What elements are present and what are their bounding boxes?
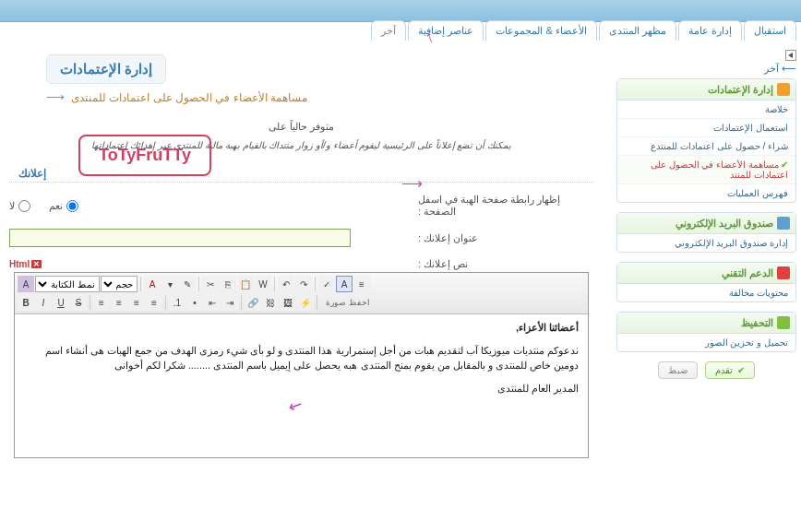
- support-icon: [777, 266, 790, 279]
- annotation-arrow-icon: ⟶: [401, 174, 423, 192]
- panel-title: التحفيظ: [741, 317, 773, 329]
- justify-icon[interactable]: ≡: [146, 294, 162, 311]
- desc-available: متوفر حالياً على: [9, 121, 593, 133]
- sidebar-item-contribute[interactable]: ✔مساهمة الأعضاء في الحصول على اعتمادات ل…: [617, 156, 795, 184]
- tab-appearance[interactable]: مظهر المنتدى: [599, 20, 676, 41]
- sidebar-item-summary[interactable]: خلاصة: [617, 100, 795, 119]
- paste-icon[interactable]: 📋: [237, 276, 254, 292]
- align-right-icon[interactable]: ≡: [93, 294, 110, 311]
- panel-title: صندوق البريد الإلكتروني: [675, 218, 773, 230]
- save-button[interactable]: ✔تقدم: [705, 361, 755, 379]
- panel-support: الدعم التقني محتويات مخالفة: [616, 262, 796, 302]
- color-icon[interactable]: A: [144, 276, 161, 292]
- flash-icon[interactable]: ⚡: [297, 294, 314, 311]
- outdent-icon[interactable]: ⇤: [204, 294, 221, 311]
- radio-no[interactable]: لا: [9, 200, 30, 212]
- font-style-select[interactable]: نمط الكتابة: [35, 276, 100, 292]
- undo-icon[interactable]: ↶: [278, 276, 294, 292]
- radio-yes[interactable]: نعم: [49, 200, 78, 212]
- html-toggle-icon[interactable]: Html: [9, 259, 42, 269]
- panel-credits: إدارة الإعتمادات خلاصة استعمال الإعتمادا…: [616, 78, 796, 203]
- copy-icon[interactable]: ⎘: [220, 276, 236, 292]
- list-ul-icon[interactable]: •: [186, 294, 203, 311]
- sidebar-item-upload[interactable]: تحميل و تخزين الصور: [617, 334, 795, 351]
- tab-members[interactable]: الأعضاء & المجموعات: [485, 20, 596, 41]
- link-icon[interactable]: 🔗: [245, 294, 261, 311]
- highlight-icon[interactable]: ✎: [179, 276, 196, 292]
- ad-title-input[interactable]: [9, 229, 351, 247]
- list-ol-icon[interactable]: 1.: [169, 294, 185, 311]
- tab-general[interactable]: إدارة عامة: [678, 20, 742, 41]
- sidebar-item-use-credits[interactable]: استعمال الإعتمادات: [617, 119, 795, 137]
- wand-icon[interactable]: A: [18, 276, 34, 292]
- author-badge: ToTyFruTTy: [78, 135, 211, 176]
- sidebar-item-buy-credits[interactable]: شراء / حصول على اعتمادات للمنتدع: [617, 137, 795, 156]
- mode-a-icon[interactable]: A: [336, 276, 353, 292]
- archive-icon: [777, 316, 790, 329]
- strike-icon[interactable]: S: [70, 294, 87, 311]
- breadcrumb: ⟵ آخر: [616, 50, 796, 75]
- panel-save: التحفيظ تحميل و تخزين الصور: [616, 312, 796, 352]
- bold-icon[interactable]: B: [18, 294, 34, 311]
- label-ad-title: عنوان إعلانك :: [409, 232, 593, 244]
- editor-paragraph: المدير العام للمنتدى: [24, 381, 579, 396]
- save-image-label[interactable]: احفظ صورة: [320, 296, 376, 309]
- underline-icon[interactable]: U: [53, 294, 69, 311]
- italic-icon[interactable]: I: [35, 294, 52, 311]
- editor-toolbar: A نمط الكتابة حجم A ▾ ✎ ✂ ⎘ 📋 W ↶ ↷: [15, 273, 588, 314]
- play-icon[interactable]: [785, 50, 796, 61]
- unlink-icon[interactable]: ⛓: [262, 294, 279, 311]
- arrow-left-icon: ⟵: [782, 63, 796, 74]
- indent-icon[interactable]: ⇥: [221, 294, 238, 311]
- check-icon: ✔: [781, 160, 788, 170]
- tab-reception[interactable]: استقبال: [744, 20, 796, 41]
- credits-icon: [777, 83, 790, 96]
- mail-icon: [777, 217, 790, 230]
- align-center-icon[interactable]: ≡: [111, 294, 127, 311]
- redo-icon[interactable]: ↷: [295, 276, 312, 292]
- main-tabs: استقبال إدارة عامة مظهر المنتدى الأعضاء …: [0, 20, 801, 41]
- editor-paragraph: أعضائنا الأعزاء,: [516, 322, 579, 333]
- mode-b-icon[interactable]: ≡: [353, 276, 370, 292]
- editor-content[interactable]: أعضائنا الأعزاء, ندعوكم منتديات ميوزيكا …: [15, 314, 588, 457]
- content-area: إدارة الإعتمادات مساهمة الأعضاء في الحصو…: [5, 50, 607, 458]
- panel-title: إدارة الإعتمادات: [708, 84, 773, 96]
- paste-word-icon[interactable]: W: [255, 276, 271, 292]
- page-title: إدارة الإعتمادات: [46, 54, 166, 84]
- breadcrumb-text: آخر: [764, 63, 779, 74]
- sidebar-item-log[interactable]: فهرس العمليات: [617, 184, 795, 202]
- label-ad-text: نص إعلانك :: [409, 258, 593, 270]
- label-show-footer: إظهار رابطة صفحة الهبة في اسفل الصفحة :: [409, 194, 593, 218]
- panel-mailbox: صندوق البريد الإلكتروني إدارة صندوق البر…: [616, 212, 796, 253]
- font-size-select[interactable]: حجم: [101, 276, 137, 292]
- image-icon[interactable]: 🖼: [280, 294, 296, 311]
- sidebar: ⟵ آخر إدارة الإعتمادات خلاصة استعمال الإ…: [616, 50, 796, 458]
- tab-extras[interactable]: عناصر إضافية: [408, 20, 484, 41]
- page-subtitle: مساهمة الأعضاء في الحصول على اعتمادات لل…: [71, 91, 307, 104]
- sidebar-item-violations[interactable]: محتويات مخالفة: [617, 284, 795, 301]
- panel-title: الدعم التقني: [722, 267, 773, 279]
- bgcolor-icon[interactable]: ▾: [161, 276, 178, 292]
- align-left-icon[interactable]: ≡: [128, 294, 145, 311]
- spell-icon[interactable]: ✓: [318, 276, 335, 292]
- check-icon: ✔: [737, 365, 745, 375]
- cut-icon[interactable]: ✂: [202, 276, 219, 292]
- arrow-icon: ⟶: [46, 89, 65, 104]
- sidebar-item-mailbox[interactable]: إدارة صندوق البريد الإلكتروني: [617, 234, 795, 252]
- reset-button[interactable]: ضبط: [658, 361, 698, 379]
- editor-paragraph: ندعوكم منتديات ميوزيكا آب لتقديم هبات من…: [24, 343, 579, 373]
- rich-text-editor: A نمط الكتابة حجم A ▾ ✎ ✂ ⎘ 📋 W ↶ ↷: [14, 272, 589, 458]
- tab-other[interactable]: آخر: [371, 20, 406, 41]
